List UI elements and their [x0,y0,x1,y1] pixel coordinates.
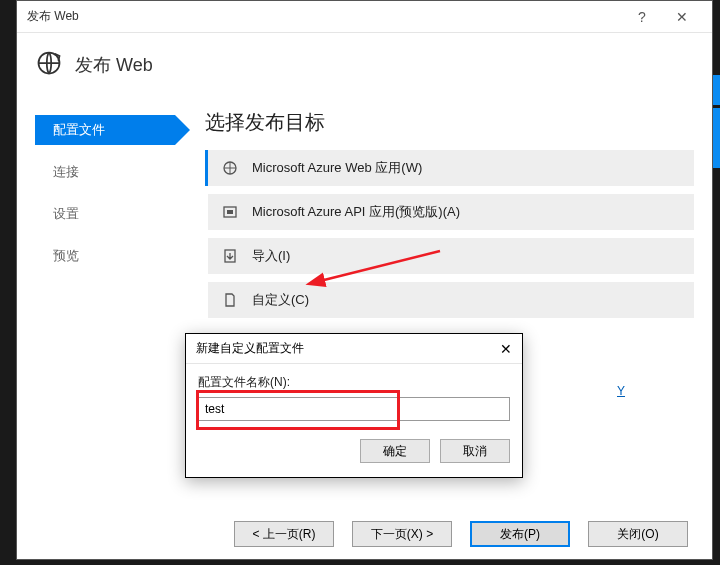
azure-api-icon [222,204,238,220]
header: 发布 Web [17,33,712,89]
link-fragment[interactable]: Y [617,384,625,398]
new-profile-dialog: 新建自定义配置文件 ✕ 配置文件名称(N): 确定 取消 [185,333,523,478]
next-button[interactable]: 下一页(X) > [352,521,452,547]
target-list: Microsoft Azure Web 应用(W) Microsoft Azur… [205,150,694,318]
target-import[interactable]: 导入(I) [205,238,694,274]
target-label: Microsoft Azure Web 应用(W) [252,159,422,177]
target-label: 导入(I) [252,247,290,265]
sidebar-item-preview[interactable]: 预览 [35,241,175,271]
profile-name-label: 配置文件名称(N): [198,374,510,391]
sidebar-item-settings[interactable]: 设置 [35,199,175,229]
header-title: 发布 Web [75,53,153,77]
target-azure-api[interactable]: Microsoft Azure API 应用(预览版)(A) [205,194,694,230]
ok-button[interactable]: 确定 [360,439,430,463]
target-custom[interactable]: 自定义(C) [205,282,694,318]
close-wizard-button[interactable]: 关闭(O) [588,521,688,547]
sidebar: 配置文件 连接 设置 预览 [35,109,175,469]
globe-icon [35,49,63,81]
sidebar-item-profile[interactable]: 配置文件 [35,115,175,145]
sidebar-item-label: 连接 [53,163,79,181]
dialog-close-button[interactable]: ✕ [500,341,512,357]
help-button[interactable]: ? [622,1,662,33]
sidebar-item-label: 配置文件 [53,121,105,139]
window-title: 发布 Web [27,8,79,25]
target-label: Microsoft Azure API 应用(预览版)(A) [252,203,460,221]
titlebar: 发布 Web ? ✕ [17,1,712,33]
svg-rect-3 [227,210,233,214]
azure-web-icon [222,160,238,176]
prev-button[interactable]: < 上一页(R) [234,521,334,547]
close-button[interactable]: ✕ [662,1,702,33]
sidebar-item-label: 设置 [53,205,79,223]
dialog-titlebar: 新建自定义配置文件 ✕ [186,334,522,364]
sidebar-item-label: 预览 [53,247,79,265]
sidebar-item-connection[interactable]: 连接 [35,157,175,187]
publish-button[interactable]: 发布(P) [470,521,570,547]
footer-buttons: < 上一页(R) 下一页(X) > 发布(P) 关闭(O) [17,521,712,547]
dialog-title: 新建自定义配置文件 [196,340,304,357]
import-icon [222,248,238,264]
target-azure-web[interactable]: Microsoft Azure Web 应用(W) [205,150,694,186]
target-label: 自定义(C) [252,291,309,309]
profile-name-input[interactable] [198,397,510,421]
cancel-button[interactable]: 取消 [440,439,510,463]
main-heading: 选择发布目标 [205,109,694,136]
document-icon [222,292,238,308]
